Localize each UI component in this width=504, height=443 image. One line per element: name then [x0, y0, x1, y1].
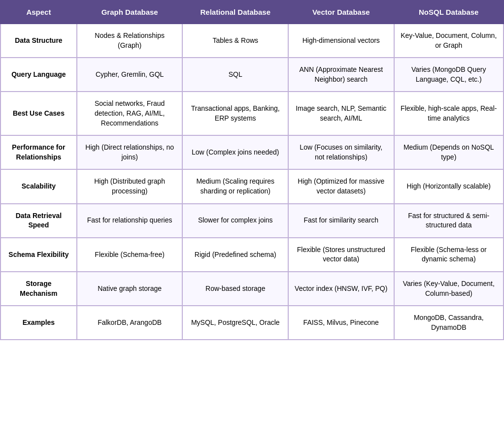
table-row: Data StructureNodes & Relationships (Gra…	[0, 24, 504, 58]
cell-graph: Nodes & Relationships (Graph)	[77, 24, 183, 58]
comparison-table: Aspect Graph Database Relational Databas…	[0, 0, 504, 340]
cell-vector: ANN (Approximate Nearest Neighbor) searc…	[288, 58, 394, 92]
cell-nosql: Key-Value, Document, Column, or Graph	[394, 24, 504, 58]
cell-graph: High (Distributed graph processing)	[77, 169, 183, 203]
cell-vector: Low (Focuses on similarity, not relation…	[288, 135, 394, 169]
cell-vector: Flexible (Stores unstructured vector dat…	[288, 238, 394, 272]
cell-aspect: Storage Mechanism	[0, 272, 77, 306]
cell-aspect: Performance for Relationships	[0, 135, 77, 169]
cell-graph: FalkorDB, ArangoDB	[77, 306, 183, 340]
cell-nosql: Varies (MongoDB Query Language, CQL, etc…	[394, 58, 504, 92]
cell-aspect: Examples	[0, 306, 77, 340]
cell-relational: Tables & Rows	[182, 24, 288, 58]
cell-graph: High (Direct relationships, no joins)	[77, 135, 183, 169]
header-relational: Relational Database	[182, 0, 288, 24]
cell-relational: MySQL, PostgreSQL, Oracle	[182, 306, 288, 340]
cell-relational: Transactional apps, Banking, ERP systems	[182, 92, 288, 135]
cell-graph: Social networks, Fraud detection, RAG, A…	[77, 92, 183, 135]
cell-vector: Vector index (HNSW, IVF, PQ)	[288, 272, 394, 306]
cell-relational: Slower for complex joins	[182, 204, 288, 238]
cell-graph: Flexible (Schema-free)	[77, 238, 183, 272]
table-row: Schema FlexibilityFlexible (Schema-free)…	[0, 238, 504, 272]
cell-nosql: High (Horizontally scalable)	[394, 169, 504, 203]
table-row: Performance for RelationshipsHigh (Direc…	[0, 135, 504, 169]
table-row: Query LanguageCypher, Gremlin, GQLSQLANN…	[0, 58, 504, 92]
header-graph: Graph Database	[77, 0, 183, 24]
table-row: Data Retrieval SpeedFast for relationshi…	[0, 204, 504, 238]
table-row: Storage MechanismNative graph storageRow…	[0, 272, 504, 306]
cell-relational: Row-based storage	[182, 272, 288, 306]
cell-nosql: Varies (Key-Value, Document, Column-base…	[394, 272, 504, 306]
header-aspect: Aspect	[0, 0, 77, 24]
cell-aspect: Query Language	[0, 58, 77, 92]
table-row: ScalabilityHigh (Distributed graph proce…	[0, 169, 504, 203]
cell-relational: Rigid (Predefined schema)	[182, 238, 288, 272]
cell-relational: SQL	[182, 58, 288, 92]
header-row: Aspect Graph Database Relational Databas…	[0, 0, 504, 24]
cell-vector: High (Optimized for massive vector datas…	[288, 169, 394, 203]
cell-graph: Cypher, Gremlin, GQL	[77, 58, 183, 92]
header-nosql: NoSQL Database	[394, 0, 504, 24]
table-row: Best Use CasesSocial networks, Fraud det…	[0, 92, 504, 135]
cell-graph: Native graph storage	[77, 272, 183, 306]
table-row: ExamplesFalkorDB, ArangoDBMySQL, Postgre…	[0, 306, 504, 340]
cell-relational: Medium (Scaling requires sharding or rep…	[182, 169, 288, 203]
cell-aspect: Data Structure	[0, 24, 77, 58]
header-vector: Vector Database	[288, 0, 394, 24]
cell-nosql: Flexible (Schema-less or dynamic schema)	[394, 238, 504, 272]
cell-vector: FAISS, Milvus, Pinecone	[288, 306, 394, 340]
cell-graph: Fast for relationship queries	[77, 204, 183, 238]
cell-aspect: Schema Flexibility	[0, 238, 77, 272]
cell-nosql: MongoDB, Cassandra, DynamoDB	[394, 306, 504, 340]
cell-nosql: Fast for structured & semi-structured da…	[394, 204, 504, 238]
cell-nosql: Flexible, high-scale apps, Real-time ana…	[394, 92, 504, 135]
cell-aspect: Data Retrieval Speed	[0, 204, 77, 238]
cell-vector: High-dimensional vectors	[288, 24, 394, 58]
cell-vector: Fast for similarity search	[288, 204, 394, 238]
cell-relational: Low (Complex joins needed)	[182, 135, 288, 169]
cell-vector: Image search, NLP, Semantic search, AI/M…	[288, 92, 394, 135]
cell-nosql: Medium (Depends on NoSQL type)	[394, 135, 504, 169]
cell-aspect: Best Use Cases	[0, 92, 77, 135]
cell-aspect: Scalability	[0, 169, 77, 203]
